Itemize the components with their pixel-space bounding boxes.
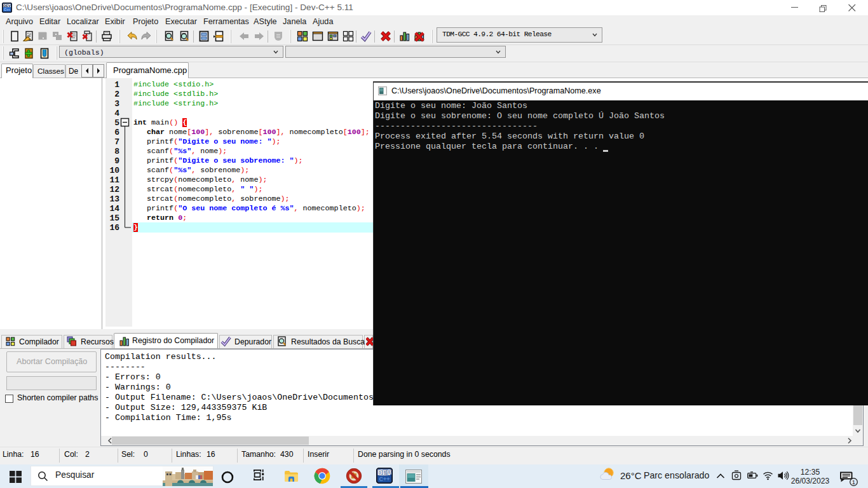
svg-text:C++: C++ (4, 8, 10, 11)
svg-text:C++: C++ (379, 476, 390, 482)
svg-text:1: 1 (852, 478, 855, 485)
svg-text:DEV: DEV (377, 469, 391, 477)
